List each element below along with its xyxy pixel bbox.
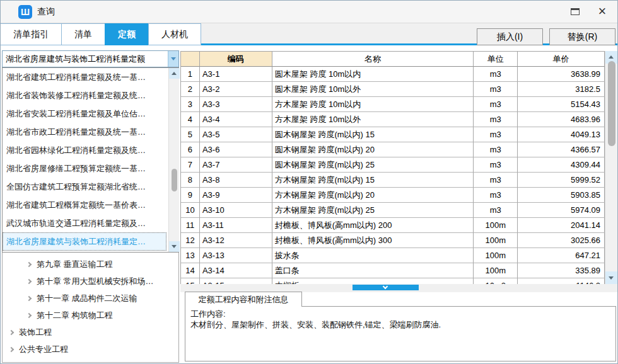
cell-unit[interactable]: m3 <box>474 82 518 97</box>
book-list-item[interactable]: 湖北省建筑工程消耗量定额及统一基… <box>3 68 166 86</box>
table-row[interactable]: 4 A3-4 方木屋架 跨度 10m以外 m3 4683.96 <box>181 112 605 127</box>
table-row[interactable]: 5 A3-5 圆木钢屋架 跨度(m以内) 15 m3 4049.13 <box>181 127 605 142</box>
cell-unit[interactable]: m3 <box>474 97 518 112</box>
table-row[interactable]: 15 A3-15 木搁板 10m2 1146.2 <box>181 278 605 284</box>
cell-row-number[interactable]: 11 <box>181 218 200 233</box>
tree-item[interactable]: 第十章 常用大型机械安拆和场… <box>2 273 178 290</box>
book-list-item[interactable]: 湖北省建筑工程概算定额统一基价表… <box>3 196 166 214</box>
cell-code[interactable]: A3-6 <box>200 142 272 157</box>
scroll-down-icon[interactable] <box>169 241 180 252</box>
cell-unit[interactable]: m3 <box>474 112 518 127</box>
table-row[interactable]: 11 A3-11 封檐板、博风板(高mm以内) 200 100m 2041.14 <box>181 218 605 233</box>
cell-row-number[interactable]: 8 <box>181 173 200 188</box>
info-tab[interactable]: 定额工程内容和附注信息 <box>185 292 302 307</box>
cell-name[interactable]: 方木钢屋架 跨度(m以内) 20 <box>272 188 474 203</box>
insert-button[interactable]: 插入(I) <box>477 28 543 45</box>
cell-name[interactable]: 圆木屋架 跨度 10m以内 <box>272 67 474 82</box>
book-list-item[interactable]: 湖北省安装工程消耗量定额及单位估… <box>3 105 166 123</box>
table-row[interactable]: 10 A3-10 方木钢屋架 跨度(m以内) 25 m3 5974.09 <box>181 203 605 218</box>
cell-unit[interactable]: m3 <box>474 203 518 218</box>
cell-code[interactable]: A3-3 <box>200 97 272 112</box>
cell-row-number[interactable]: 1 <box>181 67 200 82</box>
cell-name[interactable]: 木搁板 <box>272 278 474 284</box>
cell-price[interactable]: 335.89 <box>518 263 605 278</box>
cell-unit[interactable]: m3 <box>474 127 518 142</box>
cell-row-number[interactable]: 13 <box>181 248 200 263</box>
cell-row-number[interactable]: 7 <box>181 157 200 173</box>
cell-row-number[interactable]: 6 <box>181 142 200 157</box>
header-code[interactable]: 编码 <box>200 52 272 67</box>
list-scrollbar[interactable] <box>168 68 179 252</box>
window-close-icon[interactable]: × <box>594 3 610 20</box>
cell-price[interactable]: 5974.09 <box>518 203 605 218</box>
list-scrollbar-thumb[interactable] <box>172 169 177 191</box>
table-row[interactable]: 9 A3-9 方木钢屋架 跨度(m以内) 20 m3 5903.85 <box>181 188 605 203</box>
book-list-item[interactable]: 湖北省装饰装修工程消耗量定额及统… <box>3 86 166 105</box>
book-list-item[interactable]: 武汉城市轨道交通工程消耗量定额及… <box>3 214 166 232</box>
tab[interactable]: 人材机 <box>148 23 201 45</box>
cell-name[interactable]: 圆木钢屋架 跨度(m以内) 25 <box>272 157 474 173</box>
cell-name[interactable]: 方木屋架 跨度 10m以内 <box>272 97 474 112</box>
tree-item[interactable]: 第九章 垂直运输工程 <box>2 256 178 273</box>
cell-row-number[interactable]: 15 <box>181 278 200 284</box>
cell-price[interactable]: 647.21 <box>518 248 605 263</box>
cell-code[interactable]: A3-1 <box>200 67 272 82</box>
cell-code[interactable]: A3-15 <box>200 278 272 284</box>
tree-item[interactable]: 公共专业工程 <box>2 341 178 358</box>
cell-row-number[interactable]: 12 <box>181 233 200 248</box>
replace-button[interactable]: 替换(R) <box>549 28 615 45</box>
cell-code[interactable]: A3-10 <box>200 203 272 218</box>
splitter-handle[interactable] <box>353 285 419 290</box>
cell-name[interactable]: 盖口条 <box>272 263 474 278</box>
cell-unit[interactable]: m3 <box>474 188 518 203</box>
cell-row-number[interactable]: 2 <box>181 82 200 97</box>
cell-name[interactable]: 方木屋架 跨度 10m以外 <box>272 112 474 127</box>
cell-price[interactable]: 4366.57 <box>518 142 605 157</box>
table-row[interactable]: 6 A3-6 圆木钢屋架 跨度(m以内) 20 m3 4366.57 <box>181 142 605 157</box>
book-list-item[interactable]: 湖北省市政工程消耗量定额及统一基… <box>3 123 166 141</box>
cell-unit[interactable]: m3 <box>474 173 518 188</box>
cell-unit[interactable]: 100m <box>474 263 518 278</box>
cell-price[interactable]: 3638.99 <box>518 67 605 82</box>
cell-price[interactable]: 4683.96 <box>518 112 605 127</box>
cell-price[interactable]: 4049.13 <box>518 127 605 142</box>
table-row[interactable]: 7 A3-7 圆木钢屋架 跨度(m以内) 25 m3 4309.44 <box>181 157 605 173</box>
cell-price[interactable]: 3182.5 <box>518 82 605 97</box>
table-scrollbar[interactable] <box>605 51 617 284</box>
table-scroll-down-icon[interactable] <box>605 271 618 284</box>
window-restore-icon[interactable] <box>571 8 580 15</box>
book-list-item[interactable]: 湖北省房屋修缮工程预算定额统一基… <box>3 159 166 178</box>
header-unit[interactable]: 单位 <box>474 52 518 67</box>
cell-code[interactable]: A3-7 <box>200 157 272 173</box>
cell-row-number[interactable]: 9 <box>181 188 200 203</box>
cell-code[interactable]: A3-8 <box>200 173 272 188</box>
tree-item[interactable]: 装饰工程 <box>2 324 178 341</box>
cell-code[interactable]: A3-13 <box>200 248 272 263</box>
cell-price[interactable]: 3025.66 <box>518 233 605 248</box>
cell-code[interactable]: A3-12 <box>200 233 272 248</box>
cell-unit[interactable]: m3 <box>474 157 518 173</box>
cell-price[interactable]: 1146.2 <box>518 278 605 284</box>
cell-price[interactable]: 4309.44 <box>518 157 605 173</box>
cell-code[interactable]: A3-9 <box>200 188 272 203</box>
table-row[interactable]: 3 A3-3 方木屋架 跨度 10m以内 m3 5154.43 <box>181 97 605 112</box>
tree-item[interactable]: 第十一章 成品构件二次运输 <box>2 290 178 307</box>
table-row[interactable]: 14 A3-14 盖口条 100m 335.89 <box>181 263 605 278</box>
combobox-dropdown-button[interactable] <box>168 51 178 67</box>
cell-name[interactable]: 圆木钢屋架 跨度(m以内) 15 <box>272 127 474 142</box>
cell-unit[interactable]: 100m <box>474 233 518 248</box>
cell-price[interactable]: 5903.85 <box>518 188 605 203</box>
cell-code[interactable]: A3-5 <box>200 127 272 142</box>
cell-code[interactable]: A3-14 <box>200 263 272 278</box>
tab[interactable]: 定额 <box>105 23 149 45</box>
cell-code[interactable]: A3-4 <box>200 112 272 127</box>
cell-unit[interactable]: 100m <box>474 218 518 233</box>
table-row[interactable]: 12 A3-12 封檐板、博风板(高mm以内) 300 100m 3025.66 <box>181 233 605 248</box>
table-row[interactable]: 2 A3-2 圆木屋架 跨度 10m以外 m3 3182.5 <box>181 82 605 97</box>
cell-unit[interactable]: 100m <box>474 248 518 263</box>
header-name[interactable]: 名称 <box>272 52 474 67</box>
tree-item[interactable]: 第十二章 构筑物工程 <box>2 307 178 324</box>
cell-name[interactable]: 方木钢屋架 跨度(m以内) 25 <box>272 203 474 218</box>
cell-price[interactable]: 5999.52 <box>518 173 605 188</box>
tab[interactable]: 清单 <box>61 23 105 45</box>
